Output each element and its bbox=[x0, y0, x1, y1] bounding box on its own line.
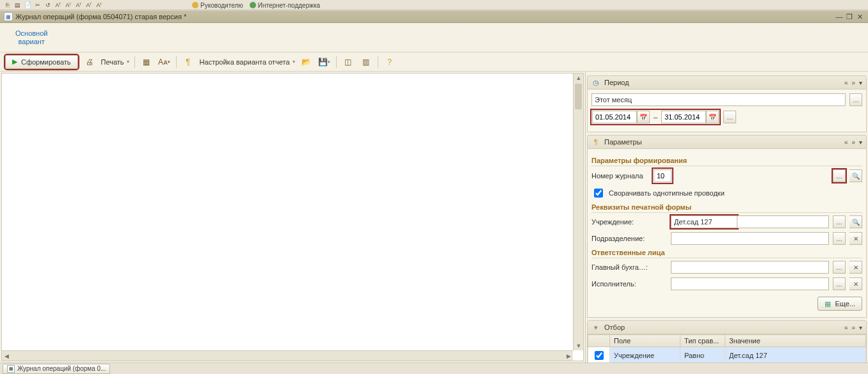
calendar-from-icon[interactable]: 📅 bbox=[637, 111, 650, 123]
settings-button[interactable]: Настройка варианта отчета▾ bbox=[200, 58, 295, 66]
link-support[interactable]: Интернет-поддержка bbox=[250, 2, 320, 9]
print-icon[interactable]: 🖨 bbox=[83, 56, 96, 68]
period-from-input[interactable] bbox=[592, 111, 637, 123]
header-links: Руководителю Интернет-поддержка bbox=[192, 0, 320, 10]
panel-left-icon[interactable]: ◫ bbox=[342, 56, 355, 68]
journal-no-search-icon[interactable]: 🔍 bbox=[849, 169, 862, 182]
scroll-thumb[interactable] bbox=[575, 84, 582, 109]
sys-icon-8[interactable]: Aᵀ bbox=[74, 1, 83, 10]
expand-dd-icon[interactable]: ▾ bbox=[859, 139, 862, 146]
main-area: ▲ ▼ ◀ ▶ ◷ Период « » ▾ Этот месяц … bbox=[0, 72, 868, 362]
org-dialog-button[interactable]: … bbox=[833, 215, 846, 228]
window-minimize[interactable]: — bbox=[835, 13, 844, 21]
sys-icon-1[interactable]: ⎘ bbox=[3, 1, 12, 10]
filter-row[interactable]: Учреждение Равно Дет.сад 127 bbox=[588, 347, 866, 363]
org-input[interactable]: Дет.сад 127 bbox=[671, 215, 737, 228]
expand-left-icon[interactable]: « bbox=[844, 324, 848, 331]
org-input-ext[interactable] bbox=[737, 215, 829, 228]
period-header[interactable]: ◷ Период « » ▾ bbox=[587, 75, 867, 90]
sys-icon-3[interactable]: 📄 bbox=[23, 1, 32, 10]
scrollbar-vertical[interactable]: ▲ ▼ bbox=[573, 74, 583, 350]
variant-main[interactable]: Основной вариант bbox=[6, 26, 56, 49]
sys-icon-7[interactable]: Aᵀ bbox=[64, 1, 73, 10]
form-button[interactable]: ▶ Сформировать bbox=[5, 55, 78, 69]
calendar-to-icon[interactable]: 📅 bbox=[706, 111, 719, 123]
settings-panel: ◷ Период « » ▾ Этот месяц … 📅 – 📅 bbox=[585, 72, 868, 362]
chief-dialog-button[interactable]: … bbox=[833, 261, 846, 274]
scroll-up-icon[interactable]: ▲ bbox=[574, 74, 583, 82]
expand-dd-icon[interactable]: ▾ bbox=[859, 79, 862, 86]
filter-row-check[interactable] bbox=[595, 351, 604, 360]
exec-clear-icon[interactable]: ✕ bbox=[849, 277, 862, 290]
period-title: Период bbox=[604, 79, 629, 86]
scroll-down-icon[interactable]: ▼ bbox=[574, 341, 583, 350]
chief-clear-icon[interactable]: ✕ bbox=[849, 261, 862, 274]
window-restore[interactable]: ❐ bbox=[845, 13, 854, 21]
play-icon: ▶ bbox=[12, 58, 17, 66]
scrollbar-horizontal[interactable]: ◀ ▶ bbox=[2, 350, 573, 361]
collapse-checkbox[interactable] bbox=[594, 189, 603, 198]
report-canvas: ▲ ▼ ◀ ▶ bbox=[1, 73, 584, 361]
footer-tab[interactable]: ▦ Журнал операций (форма 0... bbox=[3, 364, 110, 374]
journal-no-dialog-button[interactable]: … bbox=[833, 169, 846, 182]
period-select-button[interactable]: … bbox=[849, 93, 862, 106]
dept-clear-icon[interactable]: ✕ bbox=[849, 232, 862, 245]
panel-right-icon[interactable]: ▥ bbox=[360, 56, 373, 68]
sys-icon-6[interactable]: Aᵀ bbox=[54, 1, 63, 10]
journal-no-input[interactable] bbox=[654, 169, 671, 182]
expand-dd-icon[interactable]: ▾ bbox=[859, 324, 862, 331]
settings-label: Настройка варианта отчета bbox=[200, 58, 290, 66]
dropdown-icon: ▾ bbox=[127, 59, 129, 65]
folder-open-icon[interactable]: 📂 bbox=[300, 56, 313, 68]
sys-icon-5[interactable]: ↺ bbox=[44, 1, 52, 10]
filter-header[interactable]: ▾ Отбор « » ▾ bbox=[587, 320, 867, 334]
save-disk-icon[interactable]: 💾▾ bbox=[318, 56, 331, 68]
section-print: Реквизиты печатной формы bbox=[591, 203, 862, 213]
variant-bar: Основной вариант bbox=[0, 23, 868, 52]
dept-dialog-button[interactable]: … bbox=[833, 232, 846, 245]
grid-icon[interactable]: ▦ bbox=[140, 56, 153, 68]
filter-table: Поле Тип срав... Значение Учреждение Рав… bbox=[588, 334, 866, 362]
scroll-left-icon[interactable]: ◀ bbox=[2, 352, 11, 361]
more-button[interactable]: ▦ Еще... bbox=[817, 297, 862, 311]
chief-input[interactable] bbox=[671, 261, 829, 274]
scroll-right-icon[interactable]: ▶ bbox=[564, 352, 573, 361]
sys-icon-10[interactable]: Aᵀ bbox=[95, 1, 104, 10]
period-preset-value: Этот месяц bbox=[595, 96, 632, 104]
font-icon[interactable]: Aᴀ▾ bbox=[158, 56, 171, 68]
chief-label: Главный бухга…: bbox=[591, 263, 667, 271]
sys-icon-9[interactable]: Aᵀ bbox=[84, 1, 93, 10]
col-value[interactable]: Значение bbox=[725, 335, 866, 347]
period-preset-input[interactable]: Этот месяц bbox=[591, 93, 846, 106]
form-button-label: Сформировать bbox=[21, 58, 71, 66]
exec-input[interactable] bbox=[671, 277, 829, 290]
expand-left-icon[interactable]: « bbox=[844, 139, 848, 146]
system-toolbar: ⎘ ▤ 📄 ✂ ↺ Aᵀ Aᵀ Aᵀ Aᵀ Aᵀ Руководителю Ин… bbox=[0, 0, 868, 10]
footer-bar: ▦ Журнал операций (форма 0... bbox=[0, 362, 868, 374]
expand-right-icon[interactable]: » bbox=[851, 139, 855, 146]
link-leader[interactable]: Руководителю bbox=[192, 2, 243, 9]
dropdown-icon: ▾ bbox=[293, 59, 295, 65]
col-check[interactable] bbox=[588, 335, 610, 347]
expand-right-icon[interactable]: » bbox=[851, 79, 855, 86]
link-support-label: Интернет-поддержка bbox=[258, 2, 320, 9]
period-to-input[interactable] bbox=[661, 111, 706, 123]
expand-right-icon[interactable]: » bbox=[851, 324, 855, 331]
window-close[interactable]: ✕ bbox=[855, 13, 864, 21]
action-toolbar: ▶ Сформировать 🖨 Печать▾ ▦ Aᴀ▾ ¶ Настрой… bbox=[0, 52, 868, 72]
params-header[interactable]: ¶ Параметры « » ▾ bbox=[587, 135, 867, 149]
period-dialog-button[interactable]: … bbox=[723, 111, 736, 123]
filter-row-cmp: Равно bbox=[680, 347, 725, 363]
col-compare[interactable]: Тип срав... bbox=[680, 335, 725, 347]
org-search-icon[interactable]: 🔍 bbox=[849, 215, 862, 228]
dept-input[interactable] bbox=[671, 232, 829, 245]
help-icon[interactable]: ? bbox=[383, 56, 396, 68]
col-field[interactable]: Поле bbox=[610, 335, 680, 347]
key-icon[interactable]: ¶ bbox=[182, 56, 195, 68]
filter-header-row: Поле Тип срав... Значение bbox=[588, 335, 866, 347]
sys-icon-4[interactable]: ✂ bbox=[33, 1, 42, 10]
exec-dialog-button[interactable]: … bbox=[833, 277, 846, 290]
sys-icon-2[interactable]: ▤ bbox=[13, 1, 22, 10]
print-button[interactable]: Печать▾ bbox=[101, 58, 129, 66]
expand-left-icon[interactable]: « bbox=[844, 79, 848, 86]
